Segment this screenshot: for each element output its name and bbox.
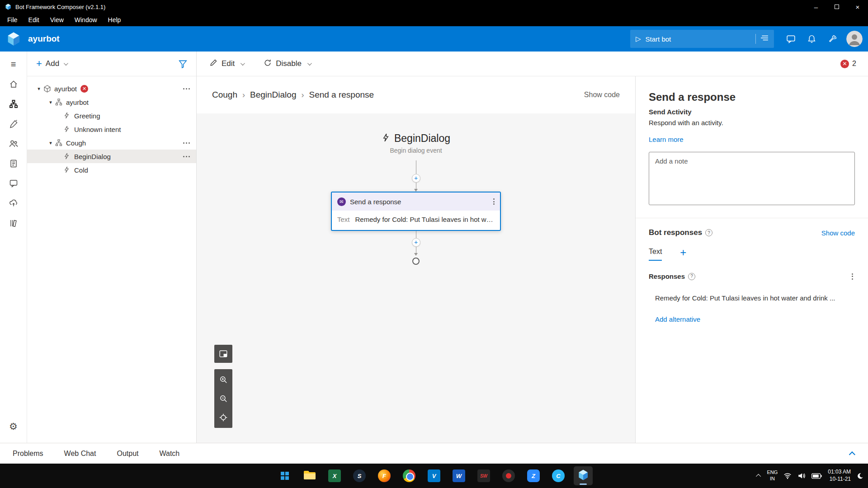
menu-view[interactable]: View — [45, 14, 69, 26]
tree-item-trigger-unknown-intent[interactable]: Unknown intent — [27, 122, 196, 136]
more-options-button[interactable] — [183, 142, 190, 144]
breadcrumb-begindialog[interactable]: BeginDialog — [250, 90, 296, 100]
taskbar-chrome[interactable] — [400, 466, 419, 485]
flow-canvas[interactable]: BeginDialog Begin dialog event + ✉ Send … — [197, 113, 635, 443]
taskbar-recorder[interactable] — [499, 466, 518, 485]
add-alternative-link[interactable]: Add alternative — [655, 315, 700, 323]
nav-bot-responses-button[interactable] — [3, 114, 24, 134]
nav-design-button[interactable] — [3, 94, 24, 114]
show-code-button[interactable]: Show code — [584, 91, 620, 99]
nav-forms-button[interactable] — [3, 154, 24, 174]
minimap-toggle-button[interactable] — [214, 345, 232, 363]
taskbar-firefox[interactable]: F — [375, 466, 394, 485]
error-count: 2 — [852, 60, 856, 68]
status-tab-problems[interactable]: Problems — [13, 450, 43, 458]
taskbar-composer[interactable] — [574, 466, 593, 485]
battery-icon[interactable] — [811, 473, 822, 479]
taskbar-solidworks[interactable]: SW — [474, 466, 493, 485]
disable-label: Disable — [276, 59, 302, 68]
divider — [636, 218, 868, 218]
zoom-app-icon: Z — [527, 469, 540, 482]
tray-chevron-up-button[interactable] — [756, 474, 761, 479]
nav-package-manager-button[interactable] — [3, 213, 24, 233]
user-avatar[interactable] — [846, 31, 863, 47]
responses-menu-button[interactable] — [852, 273, 853, 280]
caret-down-icon[interactable]: ▾ — [47, 99, 54, 105]
menu-file[interactable]: File — [0, 14, 23, 26]
expand-panel-chevron-button[interactable] — [849, 451, 855, 458]
taskbar-start-button[interactable] — [275, 466, 294, 485]
language-indicator[interactable]: ENG IN — [767, 469, 778, 482]
wifi-icon[interactable] — [783, 472, 792, 480]
menu-help[interactable]: Help — [103, 14, 127, 26]
notifications-bell-button[interactable] — [801, 30, 822, 48]
runtime-list-icon[interactable] — [760, 35, 769, 43]
focus-assist-moon-icon[interactable] — [857, 473, 863, 479]
more-options-button[interactable] — [183, 156, 190, 157]
nav-qna-button[interactable] — [3, 174, 24, 193]
learn-more-link[interactable]: Learn more — [649, 136, 684, 143]
reset-view-button[interactable] — [214, 408, 232, 427]
note-input[interactable] — [649, 152, 855, 205]
publish-rocket-button[interactable] — [822, 30, 843, 48]
menu-window[interactable]: Window — [69, 14, 103, 26]
nav-settings-button[interactable]: ⚙ — [3, 417, 24, 436]
close-button[interactable]: × — [847, 0, 868, 14]
status-tab-webchat[interactable]: Web Chat — [64, 450, 96, 458]
zoom-in-button[interactable] — [214, 370, 232, 389]
clock[interactable]: 01:03 AM 10-11-21 — [828, 469, 851, 483]
folder-icon — [303, 470, 316, 482]
response-text[interactable]: Remedy for Cold: Put Tulasi leaves in ho… — [649, 294, 855, 303]
taskbar-chat-app[interactable]: C — [549, 466, 568, 485]
add-button[interactable]: Add — [46, 59, 59, 68]
add-step-button[interactable]: + — [412, 238, 420, 247]
tree-item-trigger-greeting[interactable]: Greeting — [27, 109, 196, 122]
add-tab-button[interactable]: + — [680, 246, 686, 262]
more-options-button[interactable] — [183, 88, 190, 89]
tree-item-dialog-ayurbot[interactable]: ▾ ayurbot — [27, 95, 196, 109]
help-icon[interactable]: ? — [705, 229, 712, 236]
tree-item-bot-ayurbot[interactable]: ▾ ayurbot ✕ — [27, 82, 196, 95]
add-step-button[interactable]: + — [412, 174, 420, 183]
tab-text[interactable]: Text — [649, 248, 662, 261]
caret-down-icon[interactable]: ▾ — [35, 86, 42, 92]
tree-item-trigger-cold[interactable]: Cold — [27, 163, 196, 177]
chat-app-icon: C — [552, 469, 565, 482]
menu-edit[interactable]: Edit — [23, 14, 45, 26]
start-bot-button[interactable]: ▷ Start bot — [630, 30, 774, 48]
disable-dropdown-button[interactable]: Disable — [264, 59, 311, 69]
webchat-button[interactable] — [780, 30, 801, 48]
taskbar-file-explorer[interactable] — [300, 466, 319, 485]
filter-button[interactable] — [179, 60, 187, 68]
tree-item-trigger-begindialog[interactable]: BeginDialog — [27, 150, 196, 163]
diagnostics-error-button[interactable]: ✕ 2 — [840, 60, 856, 68]
maximize-button[interactable] — [826, 0, 847, 14]
status-tab-output[interactable]: Output — [117, 450, 138, 458]
tree-item-dialog-cough[interactable]: ▾ Cough — [27, 136, 196, 150]
taskbar-steam[interactable]: S — [350, 466, 369, 485]
composer-logo-icon — [5, 3, 12, 10]
nav-user-input-button[interactable] — [3, 134, 24, 154]
window-title: Bot Framework Composer (v2.1.1) — [15, 4, 105, 10]
vscode-icon: V — [428, 469, 440, 482]
taskbar-vscode[interactable]: V — [425, 466, 443, 485]
trigger-subtitle: Begin dialog event — [390, 147, 442, 154]
caret-down-icon[interactable]: ▾ — [47, 140, 54, 146]
taskbar-excel[interactable]: X — [325, 466, 344, 485]
minimize-button[interactable]: – — [806, 0, 826, 14]
volume-icon[interactable] — [797, 472, 806, 480]
zoom-out-button[interactable] — [214, 389, 232, 408]
help-icon[interactable]: ? — [688, 273, 695, 280]
node-menu-button[interactable] — [493, 198, 495, 205]
breadcrumb-cough[interactable]: Cough — [212, 90, 237, 100]
edit-dropdown-button[interactable]: Edit — [209, 59, 244, 69]
hamburger-icon: ≡ — [11, 59, 16, 70]
nav-publish-button[interactable] — [3, 193, 24, 213]
taskbar-zoom[interactable]: Z — [524, 466, 543, 485]
nav-collapse-button[interactable]: ≡ — [3, 54, 24, 74]
taskbar-word[interactable]: W — [449, 466, 468, 485]
show-code-link[interactable]: Show code — [821, 229, 855, 237]
nav-home-button[interactable] — [3, 74, 24, 94]
status-tab-watch[interactable]: Watch — [159, 450, 179, 458]
send-response-node[interactable]: ✉ Send a response Text Remedy for Cold: … — [331, 192, 501, 231]
